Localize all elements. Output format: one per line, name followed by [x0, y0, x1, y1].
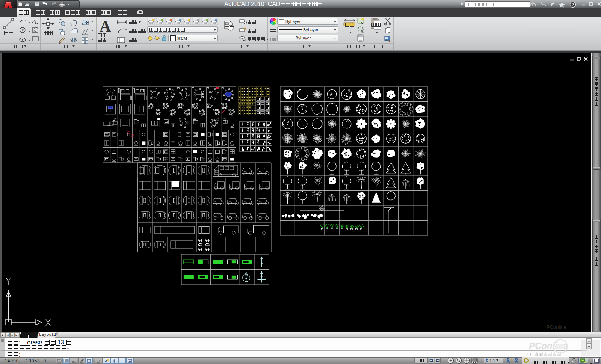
- svg-text:PConline: PConline: [547, 324, 566, 330]
- svg-text:?: ?: [572, 2, 574, 7]
- svg-text:A: A: [100, 18, 111, 35]
